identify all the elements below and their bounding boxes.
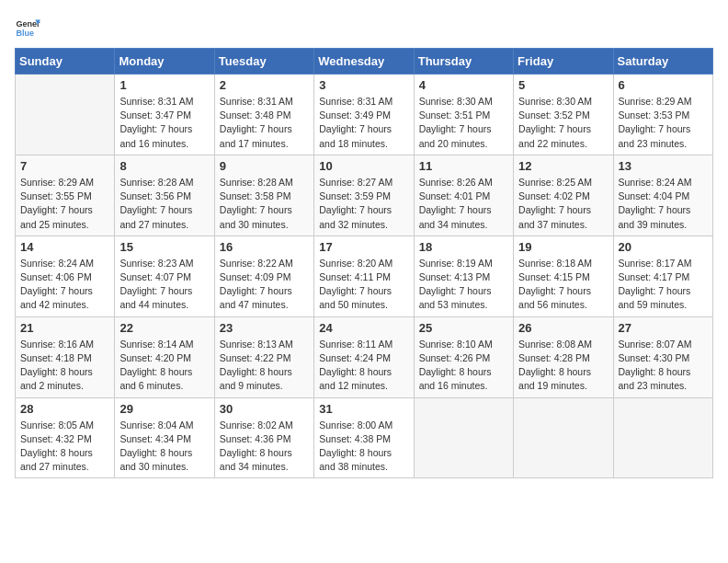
day-info: Sunrise: 8:25 AMSunset: 4:02 PMDaylight:…: [518, 176, 608, 232]
calendar-cell: 18Sunrise: 8:19 AMSunset: 4:13 PMDayligh…: [414, 236, 513, 316]
calendar-cell: 29Sunrise: 8:04 AMSunset: 4:34 PMDayligh…: [115, 397, 214, 478]
calendar-week-row: 14Sunrise: 8:24 AMSunset: 4:06 PMDayligh…: [16, 236, 713, 316]
day-info: Sunrise: 8:00 AMSunset: 4:38 PMDaylight:…: [319, 419, 408, 475]
day-info: Sunrise: 8:24 AMSunset: 4:06 PMDaylight:…: [20, 257, 109, 313]
day-info: Sunrise: 8:14 AMSunset: 4:20 PMDaylight:…: [119, 338, 209, 394]
day-number: 13: [619, 159, 708, 173]
calendar-cell: 9Sunrise: 8:28 AMSunset: 3:58 PMDaylight…: [214, 155, 313, 236]
calendar-cell: [414, 397, 513, 478]
calendar-cell: 31Sunrise: 8:00 AMSunset: 4:38 PMDayligh…: [314, 397, 414, 478]
weekday-header: Thursday: [414, 49, 513, 75]
calendar-cell: 28Sunrise: 8:05 AMSunset: 4:32 PMDayligh…: [16, 397, 115, 478]
logo-icon: General Blue: [15, 15, 40, 40]
svg-text:Blue: Blue: [16, 29, 34, 38]
day-info: Sunrise: 8:31 AMSunset: 3:48 PMDaylight:…: [220, 95, 309, 151]
day-number: 22: [119, 321, 209, 335]
day-info: Sunrise: 8:31 AMSunset: 3:49 PMDaylight:…: [319, 95, 408, 151]
weekday-header: Sunday: [16, 49, 115, 75]
day-number: 14: [20, 240, 109, 254]
calendar-cell: 26Sunrise: 8:08 AMSunset: 4:28 PMDayligh…: [514, 316, 613, 397]
day-number: 23: [220, 321, 309, 335]
calendar-cell: 22Sunrise: 8:14 AMSunset: 4:20 PMDayligh…: [115, 316, 214, 397]
day-number: 3: [319, 78, 408, 92]
calendar-cell: [514, 397, 613, 478]
day-number: 6: [619, 78, 708, 92]
calendar-cell: 14Sunrise: 8:24 AMSunset: 4:06 PMDayligh…: [16, 236, 115, 316]
day-number: 20: [619, 240, 708, 254]
calendar-cell: 5Sunrise: 8:30 AMSunset: 3:52 PMDaylight…: [514, 75, 613, 155]
day-info: Sunrise: 8:20 AMSunset: 4:11 PMDaylight:…: [319, 257, 408, 313]
day-number: 2: [220, 78, 309, 92]
calendar-cell: 1Sunrise: 8:31 AMSunset: 3:47 PMDaylight…: [115, 75, 214, 155]
day-number: 17: [319, 240, 408, 254]
calendar-cell: 24Sunrise: 8:11 AMSunset: 4:24 PMDayligh…: [314, 316, 414, 397]
day-info: Sunrise: 8:08 AMSunset: 4:28 PMDaylight:…: [518, 338, 608, 394]
calendar-cell: 13Sunrise: 8:24 AMSunset: 4:04 PMDayligh…: [613, 155, 712, 236]
day-number: 25: [419, 321, 508, 335]
calendar-cell: [613, 397, 712, 478]
calendar-cell: 10Sunrise: 8:27 AMSunset: 3:59 PMDayligh…: [314, 155, 414, 236]
day-info: Sunrise: 8:16 AMSunset: 4:18 PMDaylight:…: [20, 338, 109, 394]
day-info: Sunrise: 8:22 AMSunset: 4:09 PMDaylight:…: [220, 257, 309, 313]
day-number: 15: [119, 240, 209, 254]
day-info: Sunrise: 8:24 AMSunset: 4:04 PMDaylight:…: [619, 176, 708, 232]
calendar-cell: 17Sunrise: 8:20 AMSunset: 4:11 PMDayligh…: [314, 236, 414, 316]
day-number: 10: [319, 159, 408, 173]
weekday-header: Friday: [514, 49, 613, 75]
day-info: Sunrise: 8:30 AMSunset: 3:51 PMDaylight:…: [419, 95, 508, 151]
day-info: Sunrise: 8:13 AMSunset: 4:22 PMDaylight:…: [220, 338, 309, 394]
calendar-cell: 2Sunrise: 8:31 AMSunset: 3:48 PMDaylight…: [214, 75, 313, 155]
day-info: Sunrise: 8:19 AMSunset: 4:13 PMDaylight:…: [419, 257, 508, 313]
day-number: 7: [20, 159, 109, 173]
day-info: Sunrise: 8:10 AMSunset: 4:26 PMDaylight:…: [419, 338, 508, 394]
calendar-cell: 8Sunrise: 8:28 AMSunset: 3:56 PMDaylight…: [115, 155, 214, 236]
calendar-cell: [16, 75, 115, 155]
day-number: 8: [119, 159, 209, 173]
calendar-cell: 6Sunrise: 8:29 AMSunset: 3:53 PMDaylight…: [613, 75, 712, 155]
day-info: Sunrise: 8:30 AMSunset: 3:52 PMDaylight:…: [518, 95, 608, 151]
day-number: 5: [518, 78, 608, 92]
day-info: Sunrise: 8:18 AMSunset: 4:15 PMDaylight:…: [518, 257, 608, 313]
day-info: Sunrise: 8:17 AMSunset: 4:17 PMDaylight:…: [619, 257, 708, 313]
day-number: 29: [119, 402, 209, 416]
calendar-table: SundayMondayTuesdayWednesdayThursdayFrid…: [15, 48, 713, 478]
calendar-header-row: SundayMondayTuesdayWednesdayThursdayFrid…: [16, 49, 713, 75]
calendar-cell: 23Sunrise: 8:13 AMSunset: 4:22 PMDayligh…: [214, 316, 313, 397]
calendar-cell: 27Sunrise: 8:07 AMSunset: 4:30 PMDayligh…: [613, 316, 712, 397]
calendar-cell: 15Sunrise: 8:23 AMSunset: 4:07 PMDayligh…: [115, 236, 214, 316]
day-number: 30: [220, 402, 309, 416]
day-number: 18: [419, 240, 508, 254]
day-number: 12: [518, 159, 608, 173]
day-info: Sunrise: 8:26 AMSunset: 4:01 PMDaylight:…: [419, 176, 508, 232]
calendar-cell: 4Sunrise: 8:30 AMSunset: 3:51 PMDaylight…: [414, 75, 513, 155]
logo: General Blue: [15, 15, 40, 40]
calendar-week-row: 21Sunrise: 8:16 AMSunset: 4:18 PMDayligh…: [16, 316, 713, 397]
calendar-cell: 11Sunrise: 8:26 AMSunset: 4:01 PMDayligh…: [414, 155, 513, 236]
day-info: Sunrise: 8:02 AMSunset: 4:36 PMDaylight:…: [220, 419, 309, 475]
day-info: Sunrise: 8:11 AMSunset: 4:24 PMDaylight:…: [319, 338, 408, 394]
calendar-cell: 30Sunrise: 8:02 AMSunset: 4:36 PMDayligh…: [214, 397, 313, 478]
weekday-header: Saturday: [613, 49, 712, 75]
day-info: Sunrise: 8:07 AMSunset: 4:30 PMDaylight:…: [619, 338, 708, 394]
day-info: Sunrise: 8:29 AMSunset: 3:55 PMDaylight:…: [20, 176, 109, 232]
day-info: Sunrise: 8:28 AMSunset: 3:58 PMDaylight:…: [220, 176, 309, 232]
header: General Blue: [15, 15, 713, 40]
weekday-header: Monday: [115, 49, 214, 75]
day-number: 1: [119, 78, 209, 92]
day-number: 26: [518, 321, 608, 335]
calendar-cell: 25Sunrise: 8:10 AMSunset: 4:26 PMDayligh…: [414, 316, 513, 397]
day-info: Sunrise: 8:27 AMSunset: 3:59 PMDaylight:…: [319, 176, 408, 232]
calendar-cell: 21Sunrise: 8:16 AMSunset: 4:18 PMDayligh…: [16, 316, 115, 397]
day-info: Sunrise: 8:29 AMSunset: 3:53 PMDaylight:…: [619, 95, 708, 151]
day-number: 21: [20, 321, 109, 335]
calendar-week-row: 1Sunrise: 8:31 AMSunset: 3:47 PMDaylight…: [16, 75, 713, 155]
day-info: Sunrise: 8:31 AMSunset: 3:47 PMDaylight:…: [119, 95, 209, 151]
day-info: Sunrise: 8:04 AMSunset: 4:34 PMDaylight:…: [119, 419, 209, 475]
day-number: 31: [319, 402, 408, 416]
day-number: 28: [20, 402, 109, 416]
calendar-cell: 16Sunrise: 8:22 AMSunset: 4:09 PMDayligh…: [214, 236, 313, 316]
day-number: 4: [419, 78, 508, 92]
calendar-cell: 19Sunrise: 8:18 AMSunset: 4:15 PMDayligh…: [514, 236, 613, 316]
weekday-header: Wednesday: [314, 49, 414, 75]
day-info: Sunrise: 8:23 AMSunset: 4:07 PMDaylight:…: [119, 257, 209, 313]
